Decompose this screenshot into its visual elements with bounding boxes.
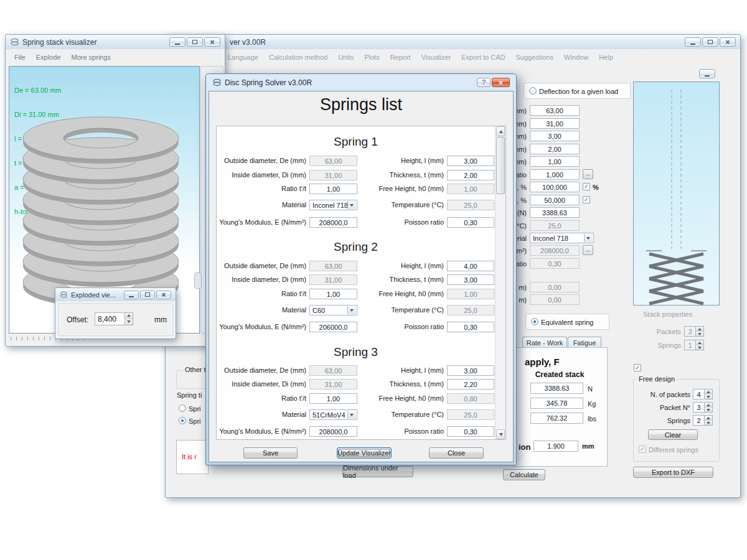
menu-explode[interactable]: Explode bbox=[36, 54, 61, 61]
temperature-field[interactable]: 25,0 bbox=[447, 409, 494, 420]
spin-down-icon[interactable] bbox=[696, 332, 703, 336]
close-icon[interactable]: × bbox=[492, 78, 510, 87]
maximize-icon[interactable] bbox=[187, 37, 203, 47]
height-field[interactable]: 4,00 bbox=[447, 261, 494, 271]
temperature-field[interactable]: 25,0 bbox=[447, 305, 494, 315]
menu-more-springs[interactable]: More springs bbox=[72, 54, 111, 61]
param-field-13[interactable]: 0,00 bbox=[530, 282, 580, 292]
stack-preview-viewport[interactable] bbox=[633, 82, 720, 306]
deflection-value-field[interactable]: 1.900 bbox=[533, 441, 578, 452]
ratio-field[interactable]: 1,00 bbox=[309, 289, 357, 299]
splitter-handle[interactable] bbox=[194, 273, 202, 289]
exploded-titlebar[interactable]: Exploded vie... × bbox=[55, 288, 176, 301]
packet-n-spinner[interactable]: 3 bbox=[693, 402, 713, 413]
force-kg-field[interactable]: 345.78 bbox=[530, 398, 583, 409]
param-field-2[interactable]: 3,00 bbox=[530, 131, 580, 141]
update-visualizer-button[interactable]: Update Visualizer bbox=[337, 447, 392, 459]
help-icon[interactable]: ? bbox=[477, 78, 491, 87]
dimensions-under-load-button[interactable]: Dimensions under load bbox=[342, 466, 413, 477]
spin-down-icon[interactable] bbox=[705, 408, 712, 412]
second-load-checkbox[interactable] bbox=[583, 196, 590, 203]
param-field-4[interactable]: 1,00 bbox=[530, 156, 580, 167]
inside-diameter-field[interactable]: 31,00 bbox=[309, 379, 357, 390]
free-height-field[interactable]: 1,00 bbox=[447, 289, 494, 299]
material-dropdown[interactable]: Inconel 718 bbox=[530, 233, 594, 243]
force-lbs-field[interactable]: 762.32 bbox=[530, 413, 583, 424]
menu-units[interactable]: Units bbox=[338, 54, 354, 61]
clear-button[interactable]: Clear bbox=[648, 429, 698, 440]
param-field-1[interactable]: 31,00 bbox=[530, 118, 580, 129]
calculate-button[interactable]: Calculate bbox=[503, 469, 545, 480]
spin-down-icon[interactable] bbox=[125, 319, 133, 325]
temperature-field[interactable]: 25,0 bbox=[447, 200, 494, 210]
param-field-9[interactable]: 25,0 bbox=[530, 220, 580, 231]
main-window-titlebar[interactable]: ver v3.00R × bbox=[166, 35, 740, 49]
height-field[interactable]: 3,00 bbox=[447, 156, 494, 166]
tab-rate-work[interactable]: Rate - Work bbox=[522, 337, 567, 348]
chevron-down-icon[interactable] bbox=[584, 234, 593, 242]
packets-spinner[interactable]: 3 bbox=[684, 326, 704, 337]
save-button[interactable]: Save bbox=[243, 447, 298, 459]
ratio-field[interactable]: 1,00 bbox=[309, 393, 357, 404]
youngs-modulus-field[interactable]: 208000,0 bbox=[309, 217, 357, 228]
spin-up-icon[interactable] bbox=[705, 416, 712, 421]
dialog-scrollbar[interactable] bbox=[495, 126, 505, 439]
outside-diameter-field[interactable]: 63,00 bbox=[309, 261, 357, 271]
thickness-field[interactable]: 2,20 bbox=[447, 379, 494, 390]
menu-language[interactable]: Language bbox=[228, 54, 258, 61]
export-to-dxf-button[interactable]: Export to DXF bbox=[633, 467, 713, 478]
thickness-field[interactable]: 2,00 bbox=[447, 170, 494, 180]
chevron-down-icon[interactable] bbox=[347, 306, 356, 314]
param-field-12[interactable]: 0,30 bbox=[530, 258, 580, 269]
youngs-modulus-field[interactable]: 206000,0 bbox=[309, 322, 357, 332]
poisson-field[interactable]: 0,30 bbox=[447, 322, 494, 332]
spin-down-icon[interactable] bbox=[705, 421, 712, 425]
close-button[interactable]: Close bbox=[429, 447, 484, 459]
scroll-up-icon[interactable] bbox=[496, 126, 505, 136]
param-field-7[interactable]: 50,000 bbox=[530, 195, 580, 205]
material-dropdown[interactable]: 51CrMoV4 bbox=[309, 409, 357, 420]
chevron-down-icon[interactable] bbox=[347, 411, 356, 419]
percent-checkbox[interactable] bbox=[583, 183, 590, 190]
chevron-down-icon[interactable] bbox=[347, 201, 356, 209]
different-springs-checkbox[interactable] bbox=[639, 446, 646, 453]
spring-option-a-radio[interactable] bbox=[179, 404, 186, 412]
minimize-icon[interactable] bbox=[685, 37, 701, 47]
close-icon[interactable]: × bbox=[720, 37, 736, 47]
scrollbar-thumb[interactable] bbox=[496, 137, 505, 194]
inside-diameter-field[interactable]: 31,00 bbox=[309, 274, 357, 285]
minimize-icon[interactable] bbox=[169, 37, 186, 47]
thickness-field[interactable]: 3,00 bbox=[447, 274, 494, 285]
minimize-icon[interactable] bbox=[124, 291, 139, 299]
tab-fatigue[interactable]: Fatigue bbox=[568, 337, 601, 348]
param-field-11[interactable]: 208000,0 bbox=[530, 245, 580, 256]
spin-up-icon[interactable] bbox=[696, 340, 703, 345]
offset-spinner[interactable]: 8,400 bbox=[95, 312, 133, 325]
springs-spinner[interactable]: 1 bbox=[684, 340, 704, 350]
param-field-0[interactable]: 63,00 bbox=[530, 105, 580, 116]
n-packets-spinner[interactable]: 4 bbox=[693, 389, 713, 399]
browse-dots-button[interactable]: ... bbox=[583, 169, 593, 179]
material-dropdown[interactable]: Inconel 718 bbox=[309, 200, 357, 210]
spring-option-b-radio[interactable] bbox=[179, 417, 186, 424]
free-springs-spinner[interactable]: 2 bbox=[693, 415, 713, 426]
menu-help[interactable]: Help bbox=[599, 54, 613, 61]
spin-up-icon[interactable] bbox=[705, 403, 712, 408]
ratio-field[interactable]: 1,00 bbox=[309, 184, 357, 194]
maximize-icon[interactable] bbox=[702, 37, 718, 47]
dialog-titlebar[interactable]: Disc Spring Solver v3.00R ? × bbox=[206, 74, 516, 91]
deflection-radio[interactable] bbox=[529, 87, 537, 95]
menu-report[interactable]: Report bbox=[390, 54, 411, 61]
force-n-field[interactable]: 3388.63 bbox=[530, 383, 583, 394]
menu-file[interactable]: File bbox=[14, 54, 26, 61]
inside-diameter-field[interactable]: 31,00 bbox=[309, 170, 357, 180]
modulus-dots-button[interactable]: ... bbox=[583, 245, 593, 255]
menu-suggestions[interactable]: Suggestions bbox=[516, 54, 554, 61]
visualizer-titlebar[interactable]: Spring stack visualizer × bbox=[6, 35, 225, 49]
spin-up-icon[interactable] bbox=[696, 327, 703, 332]
outside-diameter-field[interactable]: 63,00 bbox=[309, 156, 357, 166]
spin-up-icon[interactable] bbox=[125, 313, 133, 319]
param-field-14[interactable]: 0,00 bbox=[530, 294, 580, 305]
height-field[interactable]: 3,00 bbox=[447, 365, 494, 376]
param-field-3[interactable]: 2,00 bbox=[530, 144, 580, 154]
